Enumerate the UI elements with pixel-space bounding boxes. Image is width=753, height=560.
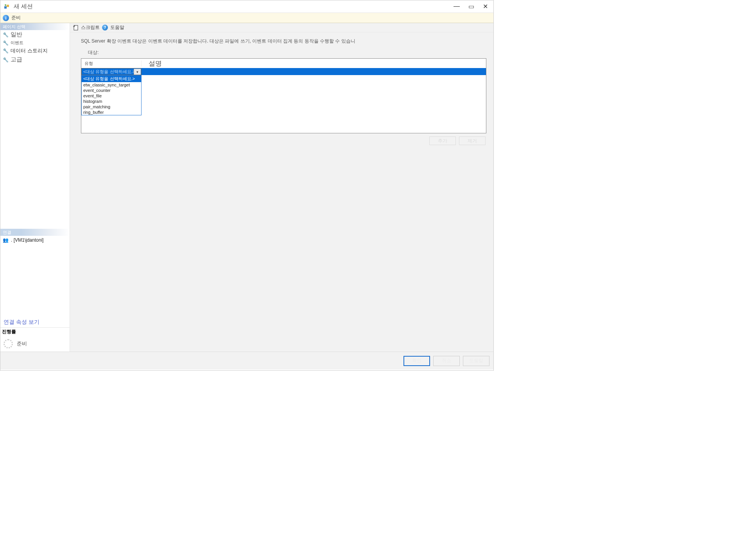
sidebar-item-general[interactable]: 🔧 일반	[0, 30, 70, 39]
titlebar: 새 세션 — ▭ ✕	[0, 0, 493, 13]
sidebar-item-label: 일반	[11, 31, 22, 38]
status-text: 준비	[11, 14, 21, 21]
chevron-down-icon[interactable]: ▾	[134, 69, 141, 75]
dropdown-selected-text: <대상 유형을 선택하세요.>	[83, 69, 135, 75]
table-row[interactable]: <대상 유형을 선택하세요.> ▾	[81, 68, 486, 75]
dropdown-list: <대상 유형을 선택하세요.> etw_classic_sync_target …	[81, 75, 142, 115]
svg-rect-0	[4, 6, 7, 9]
content-toolbar: 스크립트 ? 도움말	[70, 23, 493, 32]
sidebar-item-data-storage[interactable]: 🔧 데이터 스토리지	[0, 47, 70, 55]
minimize-button[interactable]: —	[454, 3, 460, 10]
ok-button[interactable]: 확인	[403, 356, 430, 366]
dropdown-option-pair-matching[interactable]: pair_matching	[82, 104, 141, 109]
window-controls: — ▭ ✕	[454, 3, 490, 10]
dropdown-option-event-counter[interactable]: event_counter	[82, 88, 141, 93]
wrench-icon: 🔧	[3, 32, 9, 38]
targets-label: 대상:	[88, 49, 486, 56]
help-label[interactable]: 도움말	[110, 24, 124, 31]
server-icon: 👥	[3, 237, 9, 243]
remove-button[interactable]: 제거	[459, 136, 486, 145]
targets-table: 유형 설명 <대상 유형을 선택하세요.> ▾ <대상 유형을 선택하세요.> …	[81, 58, 486, 133]
svg-rect-1	[7, 5, 9, 7]
connection-text: . [VM1\jdantoni]	[11, 237, 43, 243]
wrench-icon: 🔧	[3, 57, 9, 63]
sidebar-header: 페이지 선택	[0, 23, 70, 30]
connection-info: 👥 . [VM1\jdantoni]	[0, 236, 70, 244]
app-icon	[4, 3, 11, 10]
table-buttons: 추가 제거	[81, 136, 486, 145]
description-text: SQL Server 확장 이벤트 대상은 이벤트 데이터를 저장합니다. 대상…	[81, 38, 486, 45]
table-header-row: 유형 설명	[81, 59, 486, 68]
column-header-desc[interactable]: 설명	[142, 59, 486, 68]
progress-header: 진행률	[0, 327, 70, 336]
dropdown-option-event-file[interactable]: event_file	[82, 93, 141, 99]
script-icon[interactable]	[73, 25, 79, 31]
window-title: 새 세션	[14, 3, 454, 10]
progress-status-text: 준비	[17, 340, 27, 347]
footer-buttons: 확인 취소 도움말	[0, 352, 493, 370]
add-button[interactable]: 추가	[429, 136, 456, 145]
dropdown-option-histogram[interactable]: histogram	[82, 99, 141, 104]
cancel-button[interactable]: 취소	[433, 356, 460, 366]
sidebar-item-label: 이벤트	[11, 40, 23, 46]
help-icon[interactable]: ?	[102, 25, 108, 31]
dropdown-option-placeholder[interactable]: <대상 유형을 선택하세요.>	[82, 75, 141, 82]
dropdown-option-etw[interactable]: etw_classic_sync_target	[82, 82, 141, 88]
progress-status: 준비	[0, 336, 70, 352]
dropdown-option-ring-buffer[interactable]: ring_buffer	[82, 109, 141, 115]
svg-point-2	[5, 4, 6, 6]
content-panel: 스크립트 ? 도움말 SQL Server 확장 이벤트 대상은 이벤트 데이터…	[70, 23, 493, 229]
status-bar: i 준비	[0, 13, 493, 23]
sidebar-item-label: 데이터 스토리지	[11, 47, 48, 54]
spinner-icon	[4, 339, 13, 348]
content-body: SQL Server 확장 이벤트 대상은 이벤트 데이터를 저장합니다. 대상…	[70, 32, 493, 149]
help-button[interactable]: 도움말	[463, 356, 489, 366]
sidebar-item-advanced[interactable]: 🔧 고급	[0, 55, 70, 64]
column-header-type[interactable]: 유형	[81, 61, 142, 66]
connection-panel: 연결 👥 . [VM1\jdantoni] 연결 속성 보기 진행률 준비	[0, 229, 70, 352]
wrench-icon: 🔧	[3, 48, 9, 54]
script-label[interactable]: 스크립트	[81, 24, 100, 31]
sidebar: 페이지 선택 🔧 일반 🔧 이벤트 🔧 데이터 스토리지 🔧 고급	[0, 23, 70, 229]
target-type-dropdown[interactable]: <대상 유형을 선택하세요.> ▾	[81, 68, 142, 75]
info-icon: i	[3, 15, 9, 21]
close-button[interactable]: ✕	[483, 3, 488, 10]
connection-header: 연결	[0, 229, 70, 236]
sidebar-item-events[interactable]: 🔧 이벤트	[0, 39, 70, 47]
maximize-button[interactable]: ▭	[468, 3, 474, 10]
wrench-icon: 🔧	[3, 40, 9, 46]
bottom-split: 연결 👥 . [VM1\jdantoni] 연결 속성 보기 진행률 준비	[0, 229, 493, 352]
main-split: 페이지 선택 🔧 일반 🔧 이벤트 🔧 데이터 스토리지 🔧 고급 스크립트 ?…	[0, 23, 493, 229]
bottom-right-blank	[70, 229, 493, 352]
view-connection-props-link[interactable]: 연결 속성 보기	[0, 317, 70, 327]
sidebar-item-label: 고급	[11, 56, 22, 63]
